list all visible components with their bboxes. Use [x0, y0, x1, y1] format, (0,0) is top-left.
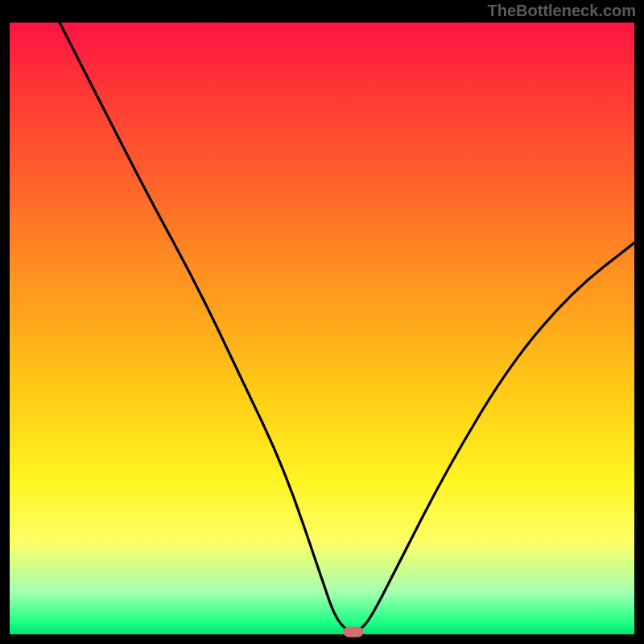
- bottleneck-curve: [10, 23, 634, 634]
- watermark-text: TheBottleneck.com: [488, 2, 636, 20]
- chart-frame: TheBottleneck.com: [0, 0, 644, 644]
- bottleneck-marker: [343, 626, 363, 637]
- curve-path: [60, 23, 634, 631]
- plot-area: [10, 23, 634, 634]
